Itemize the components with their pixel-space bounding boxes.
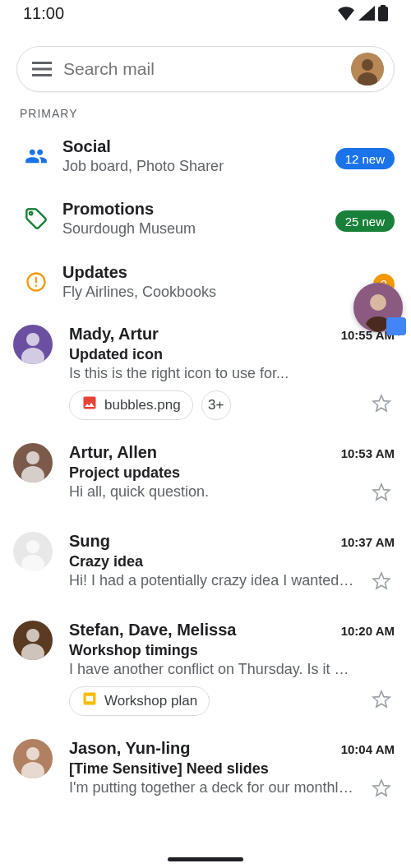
sender-avatar[interactable]: [13, 443, 53, 482]
mail-subject: Project updates: [69, 464, 395, 482]
star-icon[interactable]: [372, 778, 391, 801]
svg-point-10: [26, 451, 39, 464]
mail-snippet: I have another conflict on Thursday. Is …: [69, 661, 355, 678]
mail-time: 10:53 AM: [341, 446, 395, 460]
svg-point-16: [26, 747, 39, 760]
section-label: PRIMARY: [0, 100, 411, 125]
category-title: Promotions: [62, 199, 335, 219]
mail-list: SocialJob board, Photo Sharer12 newPromo…: [0, 125, 411, 816]
signal-icon: [358, 6, 375, 21]
mail-row[interactable]: Sung10:37 AMCrazy ideaHi! I had a potent…: [7, 520, 404, 609]
svg-rect-3: [32, 68, 52, 71]
attachment-chip[interactable]: Workshop plan: [69, 686, 210, 716]
mail-subject: Crazy idea: [69, 553, 395, 570]
svg-point-11: [21, 466, 44, 482]
category-subtitle: Sourdough Museum: [62, 219, 335, 238]
clock: 11:00: [23, 4, 64, 23]
svg-rect-2: [32, 62, 52, 64]
mail-time: 10:37 AM: [341, 535, 395, 549]
svg-point-17: [21, 762, 44, 778]
category-subtitle: Job board, Photo Sharer: [62, 156, 335, 176]
category-updates[interactable]: UpdatesFly Airlines, Cookbooks2: [7, 251, 404, 313]
mail-time: 10:04 AM: [341, 742, 395, 756]
mail-time: 10:20 AM: [341, 624, 395, 638]
social-icon: [13, 136, 59, 176]
mail-sender: Jason, Yun-ling: [69, 739, 190, 758]
star-icon[interactable]: [372, 571, 391, 594]
svg-point-12: [26, 540, 39, 553]
mail-sender: Sung: [69, 532, 110, 551]
mail-sender: Stefan, Dave, Melissa: [69, 621, 236, 639]
svg-rect-0: [378, 7, 388, 21]
updates-icon: [13, 262, 59, 302]
sender-avatar[interactable]: [13, 532, 53, 571]
battery-icon: [378, 5, 388, 21]
sender-avatar[interactable]: [13, 325, 53, 364]
home-indicator: [168, 857, 243, 861]
mail-subject: Updated icon: [69, 346, 395, 363]
status-icons: [337, 5, 388, 21]
mail-snippet: Is this is the right icon to use for...: [69, 365, 355, 382]
category-title: Updates: [62, 262, 373, 282]
svg-point-19: [370, 294, 386, 311]
search-bar[interactable]: [16, 46, 395, 92]
mail-row[interactable]: Jason, Yun-ling10:04 AM[Time Sensitive] …: [7, 727, 404, 816]
chip-label: bubbles.png: [104, 397, 181, 413]
category-promotions[interactable]: PromotionsSourdough Museum25 new: [7, 187, 404, 250]
svg-point-8: [26, 333, 39, 346]
promotions-icon: [13, 199, 59, 238]
attachment-more-chip[interactable]: 3+: [201, 390, 231, 420]
attachment-chip[interactable]: bubbles.png: [69, 390, 193, 420]
image-icon: [81, 395, 98, 415]
hamburger-icon[interactable]: [27, 62, 57, 76]
mail-snippet: Hi all, quick question.: [69, 483, 355, 501]
sender-avatar[interactable]: [13, 621, 53, 660]
svg-point-9: [21, 348, 44, 364]
mail-row[interactable]: Artur, Allen10:53 AMProject updatesHi al…: [7, 432, 404, 520]
mail-snippet: I'm putting together a deck for our mont…: [69, 779, 355, 796]
star-icon[interactable]: [372, 690, 391, 713]
star-icon[interactable]: [372, 482, 391, 506]
badge: 12 new: [335, 148, 395, 169]
star-icon[interactable]: [372, 394, 391, 417]
status-bar: 11:00: [0, 0, 411, 26]
svg-point-13: [21, 555, 44, 571]
mail-subject: [Time Sensitive] Need slides: [69, 760, 395, 778]
mail-snippet: Hi! I had a potentially crazy idea I wan…: [69, 572, 355, 589]
mail-subject: Workshop timings: [69, 642, 395, 659]
badge: 25 new: [335, 210, 395, 232]
mail-sender: Mady, Artur: [69, 325, 159, 344]
svg-point-15: [21, 644, 44, 660]
svg-point-6: [362, 59, 373, 71]
sender-avatar[interactable]: [13, 739, 53, 778]
slides-icon: [81, 690, 98, 711]
svg-point-14: [26, 629, 39, 642]
category-title: Social: [62, 136, 335, 156]
mail-sender: Artur, Allen: [69, 443, 157, 462]
chat-icon[interactable]: [386, 317, 406, 335]
mail-row[interactable]: Mady, Artur10:55 AMUpdated iconIs this i…: [7, 313, 404, 432]
svg-rect-1: [381, 5, 386, 7]
profile-avatar[interactable]: [351, 53, 384, 85]
category-subtitle: Fly Airlines, Cookbooks: [62, 282, 373, 302]
wifi-icon: [337, 6, 355, 21]
chip-label: Workshop plan: [104, 693, 197, 709]
search-input[interactable]: [63, 59, 351, 79]
mail-row[interactable]: Stefan, Dave, Melissa10:20 AMWorkshop ti…: [7, 609, 404, 727]
svg-rect-4: [32, 74, 52, 76]
category-social[interactable]: SocialJob board, Photo Sharer12 new: [7, 125, 404, 187]
